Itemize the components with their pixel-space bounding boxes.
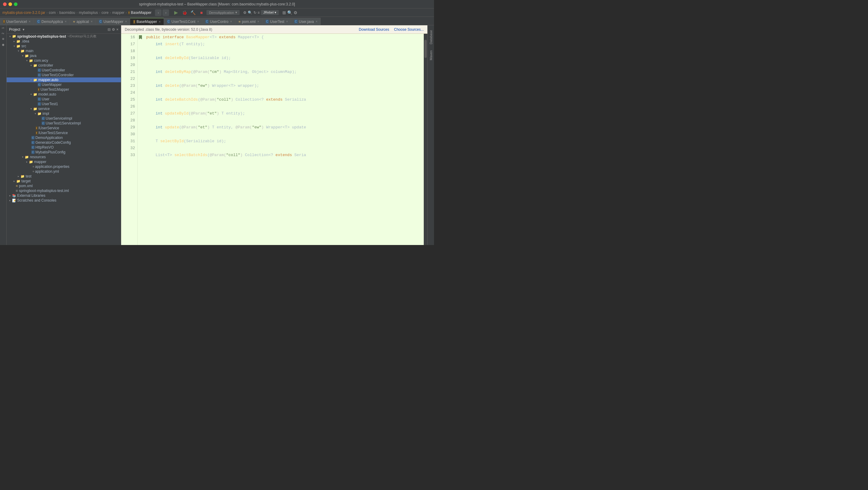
tab-usertest1cont[interactable]: C UserTest1Cont ×: [164, 18, 202, 25]
tree-item-appyml[interactable]: ≡ application.yml: [7, 169, 121, 174]
tab-close-userservice[interactable]: ×: [29, 20, 30, 23]
tree-item-usertest1serviceimpl[interactable]: C UserTest1ServiceImpl: [7, 121, 121, 126]
breadcrumb-com[interactable]: com: [49, 10, 56, 15]
left-bar-project[interactable]: 1: [1, 25, 5, 31]
tree-item-src[interactable]: ▾ 📁 src: [7, 44, 121, 49]
sidebar-settings[interactable]: ⚙: [112, 27, 115, 32]
breadcrumb-core[interactable]: core: [101, 10, 108, 15]
search-everywhere-btn[interactable]: 🔍: [287, 10, 292, 15]
tree-item-demoapplication[interactable]: C DemoApplication: [7, 135, 121, 140]
tab-close-demoapplication[interactable]: ×: [65, 20, 67, 23]
breadcrumb-basemapper[interactable]: I BaseMapper: [128, 10, 152, 15]
tab-usercontro[interactable]: C UserContro ×: [202, 18, 235, 25]
toolbar-btn-2[interactable]: 🔍: [248, 10, 252, 15]
tree-item-extlibs[interactable]: ▸ 📚 External Libraries: [7, 193, 121, 198]
tree-item-appprops[interactable]: ≡ application.properties: [7, 164, 121, 169]
run-button[interactable]: ▶: [173, 9, 179, 16]
tree-item-modelauto[interactable]: ▾ 📁 model.auto: [7, 92, 121, 97]
toolbar-btn-3[interactable]: ↻: [253, 10, 256, 15]
tree-item-idea[interactable]: ▸ 📁 .idea: [7, 39, 121, 44]
tab-userjava[interactable]: C User.java ×: [291, 18, 321, 25]
tree-item-usermapper[interactable]: C UserMapper: [7, 82, 121, 87]
tree-item-java[interactable]: ▾ 📁 java: [7, 53, 121, 58]
breadcrumb-mapper[interactable]: mapper: [112, 10, 124, 15]
tree-item-iml[interactable]: ⊞ springboot-mybatisplus-test.iml: [7, 188, 121, 193]
tree-item-service[interactable]: ▾ 📁 service: [7, 106, 121, 111]
tree-item-httpresvo[interactable]: C HttpResVO: [7, 145, 121, 150]
breadcrumb-baomidou[interactable]: baomidou: [59, 10, 75, 15]
tree-item-target[interactable]: ▸ 📁 target: [7, 179, 121, 184]
tree-item-impl[interactable]: ▾ 📁 impl: [7, 111, 121, 116]
build-button[interactable]: 🔨: [190, 9, 196, 16]
code-editor[interactable]: 16 17 18 19 20 21 22 23 24 25 26 27 28 2…: [121, 34, 427, 245]
tab-close-usertest[interactable]: ×: [286, 20, 288, 23]
toolbar-btn-1[interactable]: ⚙: [243, 10, 247, 15]
tab-usermapper[interactable]: C UserMapper ×: [96, 18, 130, 25]
tab-demoapplication[interactable]: C DemoApplica ×: [34, 18, 70, 25]
close-button[interactable]: [3, 2, 7, 6]
tree-item-usercontroller[interactable]: C UserController: [7, 68, 121, 73]
tree-item-mybatisplusconfig[interactable]: C MybatisPlusConfig: [7, 150, 121, 155]
minimize-button[interactable]: [8, 2, 12, 6]
tab-close-usermapper[interactable]: ×: [125, 20, 127, 23]
left-bar-icon-2[interactable]: ◉: [1, 42, 5, 48]
tab-basemapper[interactable]: I BaseMapper ×: [130, 18, 164, 25]
tree-item-userserviceimpl[interactable]: C UserServiceImpl: [7, 116, 121, 121]
tab-close-usertest1cont[interactable]: ×: [197, 20, 199, 23]
tree-item-scratches[interactable]: ▸ 📝 Scratches and Consoles: [7, 198, 121, 203]
tab-usertest[interactable]: C UserTest ×: [262, 18, 291, 25]
left-bar-2[interactable]: 2: [1, 31, 5, 36]
tree-item-iuserservice[interactable]: I IUserService: [7, 126, 121, 130]
run-config-label: DemoApplication: [209, 11, 234, 14]
tree-item-pomxml[interactable]: ≋ pom.xml: [7, 184, 121, 188]
tab-close-basemapper[interactable]: ×: [159, 20, 161, 24]
tab-close-userjava[interactable]: ×: [316, 20, 318, 23]
tree-item-controller[interactable]: ▾ 📁 controller: [7, 63, 121, 68]
toolbar-btn-4[interactable]: ≡: [258, 10, 260, 15]
tree-item-resources[interactable]: ▾ 📁 resources: [7, 155, 121, 159]
tree-item-usertest1[interactable]: C UserTest1: [7, 101, 121, 106]
breadcrumb-mybatisplus[interactable]: mybatisplus: [79, 10, 98, 15]
nav-forward[interactable]: ›: [162, 9, 169, 16]
scrollbar-track[interactable]: [424, 34, 427, 245]
jrebel-button[interactable]: JRebel ▾: [261, 10, 279, 15]
choose-sources-link[interactable]: Choose Sources...: [394, 27, 424, 32]
stop-button[interactable]: ■: [198, 9, 205, 16]
settings-btn[interactable]: ⚙: [293, 10, 298, 15]
tab-icon-applicat: ≋: [73, 20, 75, 23]
sidebar-close[interactable]: ×: [116, 27, 119, 32]
tree-item-root[interactable]: ▾ 📁 springboot-mybatisplus-test ~/Deskto…: [7, 34, 121, 39]
sidebar-collapse-all[interactable]: ⊟: [107, 27, 111, 32]
right-sidebar-label-2[interactable]: Maven: [429, 48, 433, 63]
tree-item-iusertest1service[interactable]: I IUserTest1Service: [7, 130, 121, 135]
database-label[interactable]: Database: [429, 28, 433, 47]
scrollbar-thumb[interactable]: [424, 40, 427, 58]
tree-item-usertest1controller[interactable]: C UserTest1Controller: [7, 73, 121, 78]
nav-back[interactable]: ‹: [155, 9, 161, 16]
tab-pom[interactable]: ≋ pom.xml ×: [236, 18, 262, 25]
toolbar-right: ⊞ 🔍 ⚙: [282, 10, 298, 15]
tree-item-mapperauto[interactable]: ▾ 📁 mapper.auto: [7, 78, 121, 82]
tree-item-generatorcodeconfig[interactable]: C GeneratorCodeConfig: [7, 140, 121, 145]
code-content[interactable]: public interface BaseMapper<T> extends M…: [143, 34, 427, 245]
tree-item-usertest1mapper[interactable]: I UserTest1Mapper: [7, 87, 121, 92]
breadcrumb-jar[interactable]: mybatis-plus-core-3.2.0.jar: [2, 10, 45, 15]
tab-userservice[interactable]: I UserServiceI ×: [0, 18, 34, 25]
tree-item-comwcy[interactable]: ▾ 📁 com.wcy: [7, 58, 121, 63]
maximize-button[interactable]: [14, 2, 18, 6]
tree-item-user[interactable]: C User: [7, 97, 121, 101]
download-sources-link[interactable]: Download Sources: [359, 27, 390, 32]
left-bar-icon-1[interactable]: ⊕: [1, 36, 5, 42]
tab-close-usercontro[interactable]: ×: [230, 20, 232, 23]
tab-close-pom[interactable]: ×: [257, 20, 259, 23]
tab-applicat[interactable]: ≋ applicat ×: [70, 18, 96, 25]
sidebar-dropdown[interactable]: ▾: [23, 27, 24, 32]
tree-item-mapper-res[interactable]: ▸ 📁 mapper: [7, 159, 121, 164]
tree-item-test[interactable]: ▸ 📁 test: [7, 174, 121, 179]
line-num-33: 33: [121, 152, 137, 158]
run-config-selector[interactable]: DemoApplication ▾: [207, 10, 239, 15]
debug-button[interactable]: 🐞: [181, 9, 188, 16]
tab-close-applicat[interactable]: ×: [91, 20, 93, 23]
tree-item-main[interactable]: ▾ 📁 main: [7, 49, 121, 53]
layout-btn[interactable]: ⊞: [282, 10, 286, 15]
